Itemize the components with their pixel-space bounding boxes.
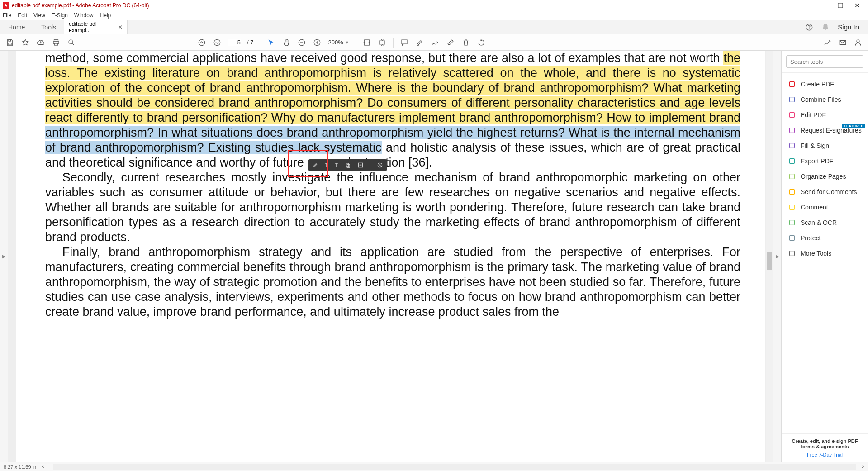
document-page: method, some commercial applications hav… xyxy=(16,51,765,462)
notifications-icon[interactable] xyxy=(821,23,830,31)
tab-tools[interactable]: Tools xyxy=(33,20,64,34)
people-icon[interactable] xyxy=(854,38,863,47)
toolbar: / 7 200%▼ xyxy=(0,34,868,51)
underline-icon[interactable]: T xyxy=(325,162,328,169)
comment-icon[interactable] xyxy=(400,38,409,47)
window-maximize-icon[interactable]: ❐ xyxy=(838,2,844,9)
tool-icon xyxy=(788,219,796,227)
zoom-in-icon[interactable] xyxy=(313,38,322,47)
svg-rect-22 xyxy=(790,113,795,118)
tool-icon xyxy=(788,249,796,257)
print-icon[interactable] xyxy=(52,38,61,47)
tool-item-create-pdf[interactable]: Create PDF xyxy=(782,76,868,92)
tab-document-label: editable pdf exampl... xyxy=(69,21,115,33)
menu-view[interactable]: View xyxy=(33,12,45,19)
copy-icon[interactable] xyxy=(345,162,351,168)
zoom-level-dropdown[interactable]: 200%▼ xyxy=(328,39,349,46)
page-number-input[interactable] xyxy=(228,39,241,46)
app-icon: A xyxy=(3,2,9,9)
scroll-left-icon[interactable]: < xyxy=(42,464,44,469)
vertical-scrollbar[interactable] xyxy=(766,51,773,462)
tools-footer: Create, edit, and e-sign PDF forms & agr… xyxy=(782,433,868,462)
free-trial-link[interactable]: Free 7-Day Trial xyxy=(785,452,864,457)
svg-rect-25 xyxy=(790,159,795,164)
save-icon[interactable] xyxy=(5,38,14,47)
document-text[interactable]: method, some commercial applications hav… xyxy=(45,51,740,462)
svg-point-14 xyxy=(829,40,830,42)
tools-pane: Create PDFCombine FilesEdit PDFRequest E… xyxy=(781,51,868,462)
scroll-right-icon[interactable]: > xyxy=(862,464,864,469)
tool-item-label: Send for Comments xyxy=(801,188,857,195)
search-tools-input[interactable] xyxy=(786,55,863,68)
scrollbar-thumb[interactable] xyxy=(767,252,772,270)
svg-rect-21 xyxy=(790,97,795,102)
svg-rect-18 xyxy=(347,164,350,167)
tool-item-organize-pages[interactable]: Organize Pages xyxy=(782,169,868,184)
help-icon[interactable] xyxy=(805,23,813,31)
delete-icon[interactable] xyxy=(461,38,470,47)
menu-window[interactable]: Window xyxy=(74,12,94,19)
tool-item-scan-ocr[interactable]: Scan & OCR xyxy=(782,215,868,230)
highlight-selection-icon[interactable] xyxy=(312,162,318,168)
email-icon[interactable] xyxy=(838,38,847,47)
tool-icon xyxy=(788,142,796,150)
edit-text-icon[interactable] xyxy=(357,162,364,168)
zoom-out-icon[interactable] xyxy=(297,38,306,47)
left-gutter[interactable]: ▶ xyxy=(0,51,8,462)
menu-edit[interactable]: Edit xyxy=(18,12,27,19)
chevron-right-icon: ▶ xyxy=(2,254,6,259)
svg-rect-30 xyxy=(790,236,795,241)
tool-item-combine-files[interactable]: Combine Files xyxy=(782,92,868,107)
strikethrough-icon[interactable]: T xyxy=(335,162,338,169)
fit-page-icon[interactable] xyxy=(378,38,387,47)
page-total-label: / 7 xyxy=(247,39,253,46)
tool-icon xyxy=(788,203,796,211)
sign-icon[interactable] xyxy=(823,38,832,47)
svg-rect-26 xyxy=(790,174,795,179)
svg-rect-23 xyxy=(790,128,795,133)
cloud-upload-icon[interactable] xyxy=(36,38,45,47)
sign-in-button[interactable]: Sign In xyxy=(838,23,859,31)
tab-close-icon[interactable]: ✕ xyxy=(118,24,123,30)
hand-tool-icon[interactable] xyxy=(282,38,291,47)
page-up-icon[interactable] xyxy=(197,38,206,47)
tool-item-label: Protect xyxy=(801,234,821,242)
menu-help[interactable]: Help xyxy=(100,12,111,19)
tab-home[interactable]: Home xyxy=(0,20,33,34)
star-icon[interactable] xyxy=(21,38,30,47)
svg-rect-20 xyxy=(790,82,795,87)
chevron-right-icon: ▶ xyxy=(776,254,779,259)
tab-document[interactable]: editable pdf exampl... ✕ xyxy=(64,20,128,34)
right-gutter[interactable]: ▶ xyxy=(773,51,781,462)
menu-esign[interactable]: E-Sign xyxy=(52,12,68,19)
tool-item-fill-sign[interactable]: Fill & Sign xyxy=(782,138,868,153)
tool-item-edit-pdf[interactable]: Edit PDF xyxy=(782,107,868,123)
redact-icon[interactable] xyxy=(377,162,383,168)
tool-item-label: Comment xyxy=(801,204,828,211)
rotate-icon[interactable] xyxy=(477,38,486,47)
fit-width-icon[interactable] xyxy=(362,38,371,47)
footer-line2: forms & agreements xyxy=(785,444,864,449)
menu-file[interactable]: File xyxy=(3,12,11,19)
tool-item-protect[interactable]: Protect xyxy=(782,230,868,246)
horizontal-scrollbar[interactable] xyxy=(53,464,856,470)
tool-item-more-tools[interactable]: More Tools xyxy=(782,246,868,261)
tool-icon xyxy=(788,95,796,104)
tool-item-send-for-comments[interactable]: Send for Comments xyxy=(782,184,868,200)
highlight-icon[interactable] xyxy=(415,38,424,47)
draw-icon[interactable] xyxy=(431,38,440,47)
page-down-icon[interactable] xyxy=(213,38,222,47)
search-icon[interactable] xyxy=(67,38,76,47)
tool-item-comment[interactable]: Comment xyxy=(782,200,868,215)
window-close-icon[interactable]: ✕ xyxy=(854,2,860,9)
document-viewport[interactable]: method, some commercial applications hav… xyxy=(8,51,773,462)
svg-rect-3 xyxy=(9,43,11,45)
select-tool-icon[interactable] xyxy=(266,38,275,47)
window-title: editable pdf example.pdf - Adobe Acrobat… xyxy=(12,2,149,9)
erase-icon[interactable] xyxy=(446,38,455,47)
svg-rect-13 xyxy=(379,41,385,44)
tool-item-request-e-signatures[interactable]: Request E-signaturesFEATURED xyxy=(782,123,868,138)
tool-item-export-pdf[interactable]: Export PDF xyxy=(782,153,868,169)
window-minimize-icon[interactable]: — xyxy=(821,2,827,9)
tool-item-label: Fill & Sign xyxy=(801,142,829,149)
